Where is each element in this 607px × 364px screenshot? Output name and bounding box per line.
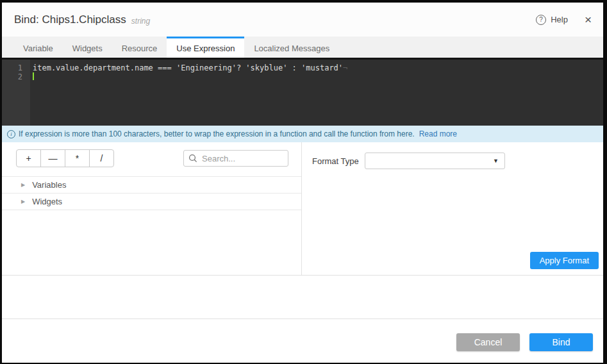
tree-node-label: Widgets xyxy=(32,197,62,206)
tab-use-expression[interactable]: Use Expression xyxy=(167,37,244,58)
close-icon[interactable]: × xyxy=(585,13,592,26)
plus-operator-button[interactable]: + xyxy=(16,149,41,167)
format-type-label: Format Type xyxy=(312,156,365,166)
search-input[interactable] xyxy=(183,150,288,167)
search-icon xyxy=(188,154,197,165)
expression-code: item.value.department.name === 'Engineer… xyxy=(33,63,343,72)
sources-panel: + — * / ▶ Variables ▶ xyxy=(2,142,302,275)
editor-line-1: 1 item.value.department.name === 'Engine… xyxy=(2,63,603,72)
dialog-title: Bind: Chips1.Chipclass xyxy=(14,13,126,26)
multiply-operator-button[interactable]: * xyxy=(65,149,90,167)
format-type-row: Format Type ▼ xyxy=(302,142,603,169)
search-box xyxy=(183,150,288,167)
format-panel: Format Type ▼ Apply Format xyxy=(302,142,603,275)
editor-lines: 1 item.value.department.name === 'Engine… xyxy=(2,60,603,81)
tree-node-widgets[interactable]: ▶ Widgets xyxy=(2,194,301,210)
binding-sources-tree: ▶ Variables ▶ Widgets xyxy=(2,176,301,210)
bind-dialog: Bind: Chips1.Chipclass string ? Help × V… xyxy=(2,3,603,363)
line-number: 2 xyxy=(2,72,30,81)
line-number: 1 xyxy=(2,63,30,72)
bound-property-type: string xyxy=(131,14,150,26)
info-icon: i xyxy=(7,130,15,138)
tab-widgets[interactable]: Widgets xyxy=(63,37,112,58)
expression-text: item.value.department.name === 'Engineer… xyxy=(33,63,347,72)
minus-operator-button[interactable]: — xyxy=(40,149,65,167)
editor-line-2: 2 xyxy=(2,72,603,81)
dialog-titlebar: Bind: Chips1.Chipclass string ? Help × xyxy=(2,3,603,37)
expression-info-bar: i If expression is more than 100 charact… xyxy=(2,126,603,142)
operator-buttons: + — * / xyxy=(16,149,114,167)
eol-marker: ¬ xyxy=(343,63,347,72)
expression-text xyxy=(33,72,34,81)
cancel-button[interactable]: Cancel xyxy=(456,333,520,351)
format-type-dropdown[interactable]: ▼ xyxy=(365,153,505,169)
read-more-link[interactable]: Read more xyxy=(419,129,457,138)
help-label: Help xyxy=(551,15,568,24)
chevron-right-icon[interactable]: ▶ xyxy=(21,199,25,204)
info-message: If expression is more than 100 character… xyxy=(19,129,415,138)
apply-format-button[interactable]: Apply Format xyxy=(530,252,599,269)
help-icon: ? xyxy=(536,15,546,25)
tab-resource[interactable]: Resource xyxy=(112,37,167,58)
sources-toolbar: + — * / xyxy=(2,142,301,167)
chevron-right-icon[interactable]: ▶ xyxy=(21,182,25,188)
text-cursor xyxy=(33,72,34,80)
dialog-footer: Cancel Bind xyxy=(2,318,603,363)
tree-node-variables[interactable]: ▶ Variables xyxy=(2,177,301,194)
expression-editor[interactable]: 1 item.value.department.name === 'Engine… xyxy=(2,58,603,126)
tab-localized-messages[interactable]: Localized Messages xyxy=(244,37,339,58)
tree-node-label: Variables xyxy=(32,180,66,190)
chevron-down-icon: ▼ xyxy=(493,153,499,169)
dialog-body-panels: + — * / ▶ Variables ▶ xyxy=(2,142,603,276)
bind-button[interactable]: Bind xyxy=(529,333,593,351)
dialog-tabbar: Variable Widgets Resource Use Expression… xyxy=(2,37,603,58)
divide-operator-button[interactable]: / xyxy=(89,149,114,167)
titlebar-actions: ? Help × xyxy=(536,13,592,26)
help-button[interactable]: ? Help xyxy=(536,15,568,25)
tab-variable[interactable]: Variable xyxy=(13,37,63,58)
